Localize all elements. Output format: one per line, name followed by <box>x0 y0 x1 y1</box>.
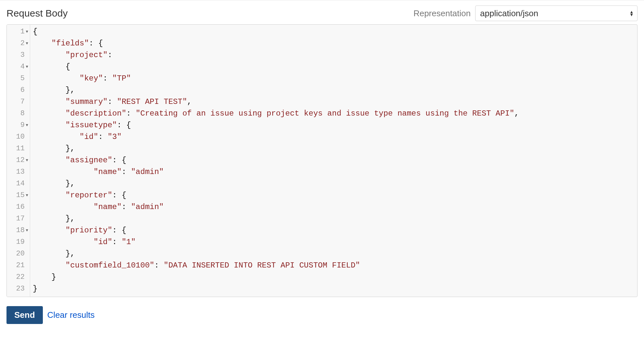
code-line[interactable]: }, <box>33 248 637 260</box>
line-number: 22 <box>7 271 30 283</box>
send-button[interactable]: Send <box>6 306 43 324</box>
fold-toggle-icon[interactable]: ▼ <box>25 190 29 201</box>
footer-row: Send Clear results <box>6 306 638 324</box>
line-number: 5 <box>7 73 30 84</box>
code-line[interactable]: "project": <box>33 49 637 61</box>
code-line[interactable]: }, <box>33 178 637 190</box>
code-editor-wrap: 1▼2▼34▼56789▼101112▼131415▼161718▼192021… <box>6 24 638 297</box>
code-line[interactable]: "issuetype": { <box>33 119 637 131</box>
code-line[interactable]: } <box>33 271 637 283</box>
code-area[interactable]: { "fields": { "project": { "key": "TP" }… <box>30 25 637 297</box>
clear-results-link[interactable]: Clear results <box>47 310 95 320</box>
code-line[interactable]: "description": "Creating of an issue usi… <box>33 108 637 119</box>
code-line[interactable]: "name": "admin" <box>33 166 637 178</box>
representation-group: Representation application/json ▲▼ <box>414 6 638 21</box>
line-number: 23 <box>7 283 30 295</box>
header-row: Request Body Representation application/… <box>6 6 638 21</box>
request-body-panel: Request Body Representation application/… <box>0 0 644 348</box>
representation-select[interactable]: application/json <box>475 6 638 21</box>
code-line[interactable]: "customfield_10100": "DATA INSERTED INTO… <box>33 260 637 271</box>
line-number: 18▼ <box>7 225 30 236</box>
fold-toggle-icon[interactable]: ▼ <box>25 61 29 73</box>
code-line[interactable]: "id": "3" <box>33 131 637 143</box>
code-line[interactable]: "summary": "REST API TEST", <box>33 96 637 108</box>
code-line[interactable]: "reporter": { <box>33 190 637 201</box>
line-number: 11 <box>7 143 30 155</box>
fold-toggle-icon[interactable]: ▼ <box>25 26 29 38</box>
line-number: 6 <box>7 84 30 96</box>
code-line[interactable]: }, <box>33 213 637 225</box>
line-number: 10 <box>7 131 30 143</box>
line-number: 17 <box>7 213 30 225</box>
representation-label: Representation <box>414 8 471 19</box>
line-number: 1▼ <box>7 26 30 38</box>
fold-toggle-icon[interactable]: ▼ <box>25 38 29 49</box>
code-line[interactable]: "name": "admin" <box>33 201 637 213</box>
line-number: 21 <box>7 260 30 271</box>
fold-toggle-icon[interactable]: ▼ <box>25 119 29 131</box>
code-line[interactable]: "priority": { <box>33 225 637 236</box>
code-line[interactable]: { <box>33 61 637 73</box>
section-title: Request Body <box>6 8 68 19</box>
line-number: 13 <box>7 166 30 178</box>
code-line[interactable]: }, <box>33 84 637 96</box>
line-number: 8 <box>7 108 30 119</box>
line-number: 4▼ <box>7 61 30 73</box>
code-line[interactable]: "key": "TP" <box>33 73 637 84</box>
line-number: 19 <box>7 236 30 248</box>
fold-toggle-icon[interactable]: ▼ <box>25 225 29 236</box>
line-number: 14 <box>7 178 30 190</box>
line-number: 9▼ <box>7 119 30 131</box>
line-number: 3 <box>7 49 30 61</box>
line-number: 16 <box>7 201 30 213</box>
line-number: 20 <box>7 248 30 260</box>
code-editor[interactable]: 1▼2▼34▼56789▼101112▼131415▼161718▼192021… <box>7 25 637 297</box>
code-line[interactable]: "fields": { <box>33 38 637 49</box>
code-line[interactable]: } <box>33 283 637 295</box>
line-number: 2▼ <box>7 38 30 49</box>
line-number: 12▼ <box>7 155 30 166</box>
code-line[interactable]: "id": "1" <box>33 236 637 248</box>
representation-select-wrap: application/json ▲▼ <box>475 6 638 21</box>
code-line[interactable]: }, <box>33 143 637 155</box>
code-line[interactable]: "assignee": { <box>33 155 637 166</box>
line-number: 7 <box>7 96 30 108</box>
line-number: 15▼ <box>7 190 30 201</box>
fold-toggle-icon[interactable]: ▼ <box>25 155 29 166</box>
line-number-gutter: 1▼2▼34▼56789▼101112▼131415▼161718▼192021… <box>7 25 30 297</box>
code-line[interactable]: { <box>33 26 637 38</box>
